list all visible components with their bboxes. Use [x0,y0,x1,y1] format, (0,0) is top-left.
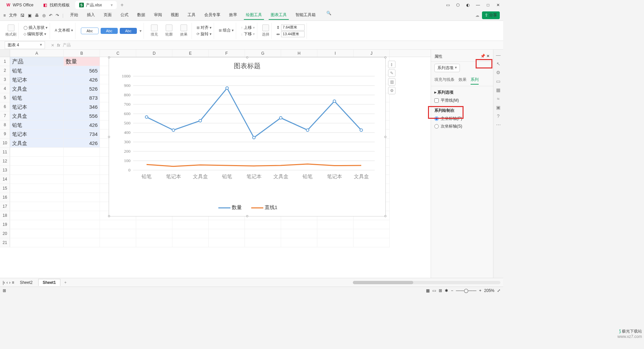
fill-icon[interactable] [151,24,158,31]
tab-template[interactable]: ◧找稻壳模板 [39,1,74,9]
row-header[interactable]: 21 [0,238,10,247]
menu-data[interactable]: 数据 [135,11,147,20]
col-D[interactable]: D [136,50,172,57]
cell[interactable] [64,193,100,202]
row-header[interactable]: 17 [0,202,10,211]
row-header[interactable]: 14 [0,175,10,184]
cell[interactable] [10,184,64,193]
row-header[interactable]: 19 [0,220,10,229]
cell[interactable]: 笔记本 [10,75,64,84]
cell[interactable] [100,238,136,247]
panel-tab-fill[interactable]: 填充与线条 [434,76,454,85]
style-abc-1[interactable]: Abc [81,28,99,34]
cell[interactable] [136,229,172,238]
view-break-icon[interactable]: ⊞ [439,288,442,293]
cell[interactable] [354,238,390,247]
cell[interactable] [281,238,317,247]
edit-shape[interactable]: ◇ 编辑形状 ▾ [23,31,48,37]
cell[interactable]: 426 [64,75,100,84]
col-C[interactable]: C [100,50,136,57]
list-sheets-icon[interactable]: ≡ [12,280,14,285]
share-button[interactable]: ⇪ 分享 [482,11,500,19]
cell[interactable]: 556 [64,111,100,120]
cell[interactable] [100,220,136,229]
align[interactable]: ⊞ 对齐 ▾ [197,25,212,31]
save-icon[interactable]: 🖫 [20,13,24,18]
zoom-out-icon[interactable]: − [451,288,453,293]
cell[interactable] [64,166,100,175]
menu-formula[interactable]: 公式 [118,11,130,20]
more-icon[interactable]: ⋯ [496,122,501,128]
cell[interactable]: 346 [64,102,100,111]
next-sheet-icon[interactable]: › [9,280,10,285]
col-B[interactable]: B [64,50,100,57]
settings-icon[interactable]: ⚙ [496,70,500,75]
cell[interactable] [64,220,100,229]
style-abc-2[interactable]: Abc [101,28,118,34]
cell[interactable] [10,166,64,175]
menu-insert[interactable]: 插入 [85,11,97,20]
tab-file-active[interactable]: S产品.xlsx▾ [75,1,117,9]
effect-icon[interactable] [180,24,187,31]
row-header[interactable]: 12 [0,157,10,166]
new-tab-button[interactable]: + [118,2,126,8]
cell[interactable] [64,184,100,193]
avatar-icon[interactable]: ◐ [465,3,471,7]
name-box[interactable]: 图表 4▾ [5,41,45,49]
cell[interactable] [354,229,390,238]
tab-wps[interactable]: WWPS Office [2,1,38,9]
undo-icon[interactable]: ↶ [49,13,52,18]
row-header[interactable]: 16 [0,193,10,202]
cancel-fx-icon[interactable]: ✕ [51,43,54,48]
zoom-in-icon[interactable]: + [479,288,481,293]
chart-legend[interactable]: 数量 直线1 [109,204,385,211]
chart-elements-icon[interactable]: ⫿ [388,61,395,68]
cell[interactable] [172,220,209,229]
cell[interactable]: 426 [64,120,100,130]
cell[interactable] [10,148,64,157]
height-input[interactable] [281,24,305,31]
cell[interactable] [10,238,64,247]
zoom-value[interactable]: 205% [484,288,494,293]
clipboard-icon[interactable]: ▭ [496,79,500,84]
cube-icon[interactable]: ⬡ [455,3,461,7]
col-A[interactable]: A [10,50,64,57]
redo-icon[interactable]: ↷ [56,13,59,18]
cursor-icon[interactable]: ↖ [496,61,500,66]
menu-smart[interactable]: 智能工具箱 [293,11,318,20]
cell[interactable]: 铅笔 [10,120,64,130]
select[interactable]: 选择 [260,23,272,39]
chart-filter-icon[interactable]: ▥ [388,78,395,86]
cell[interactable] [172,238,209,247]
cell[interactable]: 文具盒 [10,111,64,120]
cell[interactable] [64,157,100,166]
add-sheet-button[interactable]: + [62,280,69,285]
file-menu[interactable]: 文件 [9,12,17,18]
style-abc-3[interactable]: Abc [120,28,137,34]
format-brush[interactable]: 格式刷 [3,23,19,39]
cell[interactable] [10,211,64,220]
cell[interactable]: 铅笔 [10,66,64,75]
col-E[interactable]: E [172,50,209,57]
menu-start[interactable]: 开始 [68,11,80,20]
group[interactable]: ⊞ 组合 ▾ [219,28,234,33]
minimize-icon[interactable]: — [475,3,481,7]
row-header[interactable]: 15 [0,184,10,193]
cell[interactable] [10,220,64,229]
first-sheet-icon[interactable]: |‹ [3,280,5,285]
row-header[interactable]: 20 [0,229,10,238]
move-down[interactable]: ↓ 下移 ▾ [241,31,255,37]
prev-sheet-icon[interactable]: ‹ [6,280,8,285]
chart-title[interactable]: 图表标题 [109,57,385,74]
cell[interactable]: 数量 [64,57,100,66]
col-F[interactable]: F [209,50,245,57]
cell[interactable]: 526 [64,84,100,93]
cell[interactable]: 产品 [10,57,64,66]
cell[interactable] [10,229,64,238]
preview-icon[interactable]: ◎ [42,13,46,18]
cell[interactable] [172,229,209,238]
cell[interactable] [64,238,100,247]
cell[interactable]: 873 [64,93,100,102]
cell[interactable]: 565 [64,66,100,75]
cell[interactable] [10,175,64,184]
